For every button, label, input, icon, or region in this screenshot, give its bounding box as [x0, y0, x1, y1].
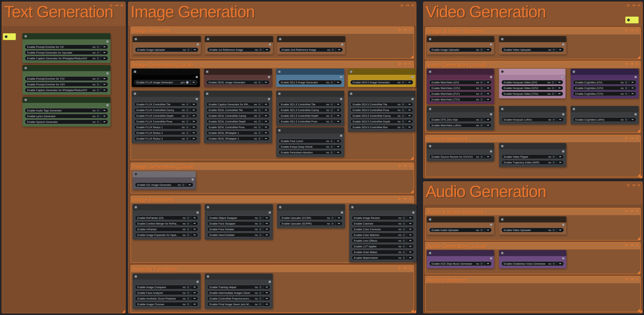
toggle-knob[interactable]: [552, 161, 555, 164]
toggle-value[interactable]: no: [255, 216, 258, 219]
collapse-icon[interactable]: [207, 38, 209, 40]
toggle-knob[interactable]: [258, 126, 261, 129]
arrow-button[interactable]: ➡: [191, 222, 198, 226]
eye-icon[interactable]: [637, 183, 641, 187]
subgroup-title-bar[interactable]: Audio Generators (Local): [426, 243, 640, 249]
arrow-button[interactable]: ➡: [262, 125, 270, 129]
play-icon[interactable]: [398, 197, 401, 201]
arrow-button[interactable]: ➡: [191, 291, 198, 295]
resize-handle[interactable]: [637, 129, 640, 132]
toggle-value[interactable]: no: [92, 115, 96, 118]
toggle-value[interactable]: no: [182, 120, 185, 123]
node-title-bar[interactable]: [349, 204, 416, 210]
toggle-value[interactable]: no: [254, 81, 257, 84]
arrow-button[interactable]: ➡: [262, 102, 270, 106]
node-title-bar[interactable]: [276, 69, 344, 75]
arrow-button[interactable]: ➡: [335, 80, 342, 84]
toggle-knob[interactable]: [330, 151, 333, 154]
collapse-icon[interactable]: [429, 108, 431, 110]
node-title-bar[interactable]: [22, 97, 110, 103]
play-icon[interactable]: [625, 28, 628, 32]
toggle-knob[interactable]: [402, 245, 405, 248]
bypass-icon[interactable]: [403, 197, 407, 201]
toggle-knob[interactable]: [402, 126, 404, 129]
bypass-icon[interactable]: [403, 164, 407, 167]
play-icon[interactable]: [625, 209, 628, 213]
collapse-icon[interactable]: [573, 70, 575, 73]
toggle-knob[interactable]: [402, 222, 405, 225]
toggle-value[interactable]: no: [621, 81, 624, 84]
arrow-button[interactable]: ➡: [629, 118, 636, 122]
toggle-value[interactable]: no: [92, 45, 96, 48]
toggle-knob[interactable]: [402, 81, 404, 84]
node-title-bar[interactable]: [205, 204, 273, 210]
subgroup-title-bar[interactable]: Image Sourcers: [131, 27, 414, 34]
toggle-value[interactable]: no: [398, 114, 400, 117]
arrow-button[interactable]: ➡: [556, 86, 563, 90]
arrow-button[interactable]: ➡: [263, 297, 270, 301]
subgroup-title-bar[interactable]: Video Generators (Local): [426, 61, 640, 68]
toggle-value[interactable]: no: [183, 48, 186, 51]
toggle-value[interactable]: no: [326, 140, 329, 143]
node-title-bar[interactable]: [276, 127, 344, 133]
arrow-button[interactable]: ➡: [336, 48, 342, 52]
arrow-button[interactable]: ➡: [101, 56, 108, 60]
toggle-knob[interactable]: [97, 46, 99, 48]
collapse-icon[interactable]: [429, 218, 431, 221]
collapse-icon[interactable]: [24, 67, 27, 69]
toggle-knob[interactable]: [552, 92, 554, 95]
group-title-bar[interactable]: Audio Generation: [424, 182, 642, 205]
node-title-bar[interactable]: [204, 91, 272, 97]
toggle-knob[interactable]: [552, 155, 555, 158]
collapsed-node[interactable]: [3, 33, 16, 40]
node-title-bar[interactable]: [204, 69, 272, 75]
toggle-value[interactable]: no: [182, 103, 185, 106]
arrow-button[interactable]: ➡: [407, 244, 414, 248]
eye-icon[interactable]: [408, 28, 412, 31]
collapse-icon[interactable]: [429, 38, 431, 40]
resize-handle[interactable]: [410, 190, 413, 193]
play-icon[interactable]: [625, 277, 628, 281]
toggle-knob[interactable]: [259, 217, 262, 219]
arrow-button[interactable]: ➡: [335, 108, 342, 112]
collapse-icon[interactable]: [501, 70, 504, 73]
toggle-value[interactable]: no: [92, 120, 96, 123]
toggle-knob[interactable]: [402, 109, 404, 111]
toggle-knob[interactable]: [402, 217, 405, 219]
resize-handle[interactable]: [410, 55, 413, 58]
toggle-value[interactable]: no: [183, 297, 186, 300]
toggle-value[interactable]: no: [621, 87, 624, 90]
toggle-value[interactable]: no: [398, 120, 400, 123]
toggle-knob[interactable]: [258, 120, 261, 123]
collapse-icon[interactable]: [501, 252, 504, 254]
arrow-button[interactable]: ➡: [407, 239, 414, 243]
node-title-bar[interactable]: [132, 91, 200, 97]
toggle-knob[interactable]: [259, 286, 262, 289]
toggle-value[interactable]: no: [621, 118, 624, 121]
toggle-value[interactable]: no: [255, 286, 258, 289]
toggle-value[interactable]: no: [183, 222, 186, 225]
toggle-knob[interactable]: [258, 103, 261, 106]
toggle-knob[interactable]: [625, 81, 628, 84]
toggle-knob[interactable]: [552, 81, 554, 84]
bypass-icon[interactable]: [115, 4, 118, 7]
toggle-knob[interactable]: [186, 132, 189, 134]
collapse-icon[interactable]: [279, 38, 282, 40]
toggle-knob[interactable]: [259, 48, 262, 51]
toggle-knob[interactable]: [552, 229, 555, 232]
arrow-button[interactable]: ➡: [407, 227, 414, 231]
arrow-button[interactable]: ➡: [190, 131, 197, 135]
arrow-button[interactable]: ➡: [190, 119, 197, 123]
resize-handle[interactable]: [637, 56, 640, 59]
workflow-canvas[interactable]: Text GenerationEnable Prompt Enricher fo…: [0, 0, 644, 315]
toggle-knob[interactable]: [330, 140, 333, 142]
toggle-knob[interactable]: [259, 228, 262, 231]
toggle-knob[interactable]: [97, 89, 99, 91]
node-title-bar[interactable]: [570, 69, 639, 75]
collapse-icon[interactable]: [501, 108, 504, 110]
toggle-knob[interactable]: [258, 132, 261, 134]
arrow-button[interactable]: ➡: [191, 297, 198, 301]
toggle-value[interactable]: no: [183, 216, 186, 219]
toggle-value[interactable]: no: [183, 303, 186, 306]
node-title-bar[interactable]: [132, 204, 201, 210]
